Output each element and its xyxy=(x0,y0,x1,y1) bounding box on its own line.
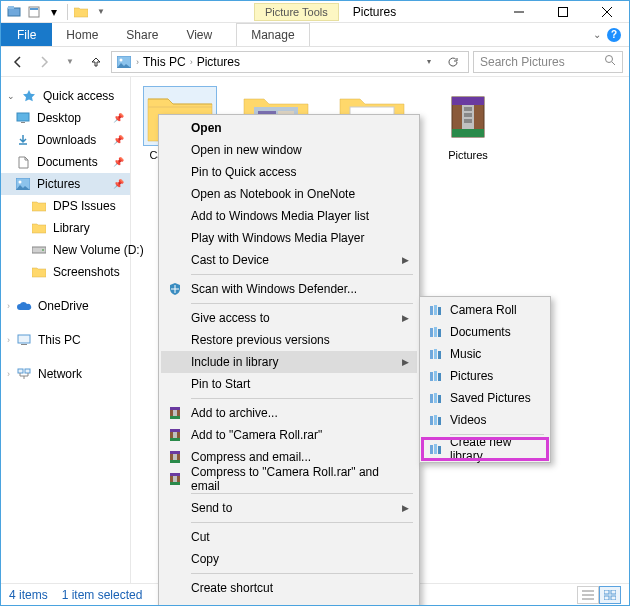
nav-label: Network xyxy=(38,367,82,381)
nav-item-desktop[interactable]: Desktop 📌 xyxy=(1,107,130,129)
context-menu-item[interactable]: Cut xyxy=(161,526,417,548)
nav-this-pc[interactable]: › This PC xyxy=(1,329,130,351)
qat-dropdown-icon[interactable]: ▼ xyxy=(92,3,110,21)
context-menu-label: Add to "Camera Roll.rar" xyxy=(191,428,322,442)
context-menu-item[interactable]: Open in new window xyxy=(161,139,417,161)
ribbon-tab-share[interactable]: Share xyxy=(112,23,172,46)
context-menu-label: Cast to Device xyxy=(191,253,269,267)
context-menu-label: Cut xyxy=(191,530,210,544)
ribbon-tab-manage[interactable]: Manage xyxy=(236,23,309,46)
ribbon-expand-icon[interactable]: ⌄ xyxy=(593,29,601,40)
desktop-icon xyxy=(15,110,31,126)
context-menu-item[interactable]: Saved Pictures xyxy=(422,387,548,409)
context-menu-item[interactable]: Add to Windows Media Player list xyxy=(161,205,417,227)
rar-icon xyxy=(167,449,183,465)
context-menu-item[interactable]: Include in library▶ xyxy=(161,351,417,373)
nav-item-downloads[interactable]: Downloads 📌 xyxy=(1,129,130,151)
nav-item-pictures[interactable]: Pictures 📌 xyxy=(1,173,130,195)
qat-newfolder-icon[interactable] xyxy=(72,3,90,21)
context-menu-item[interactable]: Compress to "Camera Roll.rar" and email xyxy=(161,468,417,490)
context-menu-item[interactable]: Give access to▶ xyxy=(161,307,417,329)
close-button[interactable] xyxy=(585,1,629,23)
context-menu-item[interactable]: Open xyxy=(161,117,417,139)
context-menu-label: Camera Roll xyxy=(450,303,517,317)
submenu-arrow-icon: ▶ xyxy=(402,255,409,265)
breadcrumb-pictures[interactable]: Pictures xyxy=(197,55,240,69)
address-dropdown-button[interactable]: ▾ xyxy=(418,51,440,73)
qat-dropdown-icon[interactable]: ▾ xyxy=(45,3,63,21)
nav-item-new-volume[interactable]: New Volume (D:) xyxy=(1,239,130,261)
help-icon[interactable]: ? xyxy=(607,28,621,42)
minimize-button[interactable] xyxy=(497,1,541,23)
nav-item-library[interactable]: Library xyxy=(1,217,130,239)
nav-item-documents[interactable]: Documents 📌 xyxy=(1,151,130,173)
downloads-icon xyxy=(15,132,31,148)
breadcrumb-sep[interactable]: › xyxy=(136,57,139,67)
svg-rect-38 xyxy=(604,596,609,600)
svg-rect-61 xyxy=(438,329,441,337)
maximize-button[interactable] xyxy=(541,1,585,23)
context-menu-label: Give access to xyxy=(191,311,270,325)
context-menu-item[interactable]: Play with Windows Media Player xyxy=(161,227,417,249)
svg-rect-37 xyxy=(611,590,616,594)
context-menu-label: Create shortcut xyxy=(191,581,273,595)
breadcrumb-sep[interactable]: › xyxy=(190,57,193,67)
context-menu-item[interactable]: Music xyxy=(422,343,548,365)
ribbon-file-tab[interactable]: File xyxy=(1,23,52,46)
address-bar[interactable]: › This PC › Pictures ▾ xyxy=(111,51,469,73)
lib-icon xyxy=(428,302,444,318)
recent-locations-button[interactable]: ▼ xyxy=(59,51,81,73)
context-menu-item[interactable]: Add to "Camera Roll.rar" xyxy=(161,424,417,446)
nav-quick-access[interactable]: ⌄ Quick access xyxy=(1,85,130,107)
context-menu-item[interactable]: Cast to Device▶ xyxy=(161,249,417,271)
nav-item-dps-issues[interactable]: DPS Issues xyxy=(1,195,130,217)
nav-onedrive[interactable]: › OneDrive xyxy=(1,295,130,317)
context-menu-separator xyxy=(191,303,413,304)
nav-label: Library xyxy=(53,221,90,235)
search-box[interactable]: Search Pictures xyxy=(473,51,623,73)
context-menu-label: Add to archive... xyxy=(191,406,278,420)
svg-rect-55 xyxy=(170,482,180,485)
view-thumbnails-button[interactable] xyxy=(599,586,621,604)
context-menu-item[interactable]: Videos xyxy=(422,409,548,431)
context-menu-item[interactable]: Pictures xyxy=(422,365,548,387)
svg-rect-39 xyxy=(611,596,616,600)
context-menu-item[interactable]: Documents xyxy=(422,321,548,343)
context-menu-item[interactable]: Create new library xyxy=(422,438,548,460)
context-menu-label: Play with Windows Media Player xyxy=(191,231,364,245)
context-menu-item[interactable]: Camera Roll xyxy=(422,299,548,321)
network-icon xyxy=(16,366,32,382)
context-menu-item[interactable]: Copy xyxy=(161,548,417,570)
ribbon-tab-home[interactable]: Home xyxy=(52,23,112,46)
svg-rect-31 xyxy=(464,113,472,117)
item-pictures-rar[interactable]: Pictures xyxy=(427,87,509,161)
context-menu-item[interactable]: Pin to Quick access xyxy=(161,161,417,183)
context-menu-item[interactable]: Delete xyxy=(161,599,417,606)
context-menu-item[interactable]: Add to archive... xyxy=(161,402,417,424)
nav-network[interactable]: › Network xyxy=(1,363,130,385)
submenu-arrow-icon: ▶ xyxy=(402,313,409,323)
svg-rect-73 xyxy=(438,417,441,425)
nav-item-screenshots[interactable]: Screenshots xyxy=(1,261,130,283)
qat-properties-icon[interactable] xyxy=(25,3,43,21)
context-menu-item[interactable]: Restore previous versions xyxy=(161,329,417,351)
context-menu-item[interactable]: Open as Notebook in OneNote xyxy=(161,183,417,205)
nav-label: Pictures xyxy=(37,177,80,191)
up-button[interactable] xyxy=(85,51,107,73)
context-menu-label: Open as Notebook in OneNote xyxy=(191,187,355,201)
context-menu-item[interactable]: Scan with Windows Defender... xyxy=(161,278,417,300)
refresh-button[interactable] xyxy=(442,51,464,73)
context-menu-label: Open xyxy=(191,121,222,135)
view-details-button[interactable] xyxy=(577,586,599,604)
forward-button[interactable] xyxy=(33,51,55,73)
svg-rect-71 xyxy=(430,416,433,425)
back-button[interactable] xyxy=(7,51,29,73)
svg-rect-12 xyxy=(17,113,29,121)
star-icon xyxy=(21,88,37,104)
nav-label: Desktop xyxy=(37,111,81,125)
context-menu-item[interactable]: Send to▶ xyxy=(161,497,417,519)
ribbon-tab-view[interactable]: View xyxy=(172,23,226,46)
breadcrumb-this-pc[interactable]: This PC xyxy=(143,55,186,69)
context-menu-item[interactable]: Pin to Start xyxy=(161,373,417,395)
context-menu-item[interactable]: Create shortcut xyxy=(161,577,417,599)
